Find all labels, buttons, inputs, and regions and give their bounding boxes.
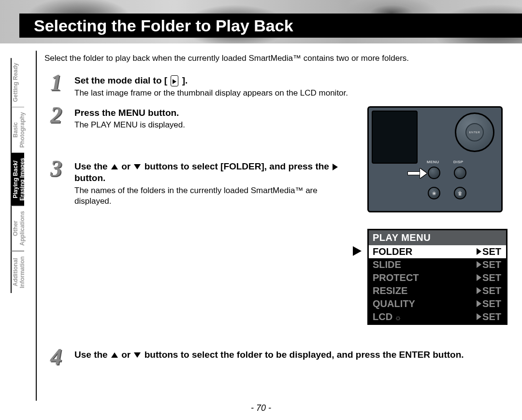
step-1-desc: The last image frame or the thumbnail di… [74,88,508,98]
figure-column: ENTER MENU DISP ❀ 🗑 PLAY MENU [367,104,508,325]
side-tab: Getting Ready [11,58,24,107]
right-triangle-icon [477,300,481,307]
camera-lcd [372,111,418,164]
page-title: Selecting the Folder to Play Back [34,16,293,35]
set-label: SET [482,272,501,283]
set-label: SET [482,311,501,322]
side-tab: Basic Photography [11,107,24,153]
up-arrow-icon [111,164,118,169]
step-number-icon: 4 [44,346,68,367]
play-menu-row-set: SET [477,246,501,257]
menu-button-icon [428,167,440,179]
play-menu-box: PLAY MENU FOLDERSETSLIDESETPROTECTSETRES… [367,229,508,325]
pointer-arrow-icon [407,168,427,178]
step-4-title-c: buttons to select the folder to be displ… [145,350,464,360]
play-menu-header: PLAY MENU [369,230,506,245]
trash-button-icon: 🗑 [454,187,466,199]
right-triangle-icon [477,287,481,294]
page-number: - 70 - [0,403,522,413]
step-2-title: Press the MENU button. [74,107,356,119]
play-menu-row-set: SET [477,298,501,309]
side-tab: Other Applications [11,206,24,251]
brightness-icon: ☼ [394,313,402,322]
playback-mode-icon [171,75,178,86]
right-triangle-icon [477,274,481,281]
play-menu-row-label: PROTECT [373,272,419,283]
down-arrow-icon [134,164,141,169]
step-number-icon: 2 [44,104,68,125]
intro-text: Select the folder to play back when the … [44,54,508,63]
right-triangle-icon [477,248,481,255]
side-tab: Additional Information [11,251,24,293]
disp-label: DISP [453,160,464,164]
step-2-row: 2 Press the MENU button. The PLAY MENU i… [44,104,508,325]
play-menu-row-label: SLIDE [373,259,401,270]
set-label: SET [482,298,501,309]
set-label: SET [482,285,501,296]
play-menu-row-set: SET [477,285,501,296]
step-4: 4 Use the or buttons to select the folde… [44,346,508,367]
content-area: Select the folder to play back when the … [36,51,508,401]
play-menu-row: SLIDESET [369,258,506,271]
play-menu-row: LCD☼SET [369,310,506,323]
menu-label: MENU [427,160,439,164]
title-bar: Selecting the Folder to Play Back [19,14,522,38]
play-menu-row-label: FOLDER [373,246,412,257]
step-3-title-a: Use the [74,161,110,171]
right-triangle-icon [477,313,481,320]
side-tabs: Getting ReadyBasic PhotographyPlaying Ba… [11,58,24,293]
play-menu-row-label: LCD☼ [373,311,402,322]
step-3: 3 Use the or buttons to select [FOLDER],… [44,158,356,207]
step-2: 2 Press the MENU button. The PLAY MENU i… [44,104,356,131]
play-menu-row-label: RESIZE [373,285,407,296]
disp-button-icon [454,167,466,179]
enter-button: ENTER [465,123,484,141]
step-4-title: Use the or buttons to select the folder … [74,349,508,361]
step-3-title-b: or [121,161,133,171]
play-menu-rows: FOLDERSETSLIDESETPROTECTSETRESIZESETQUAL… [369,245,506,323]
set-label: SET [482,259,501,270]
step-2-desc: The PLAY MENU is displayed. [74,120,356,130]
step-1-title-post: ]. [182,75,188,85]
step-1-title: Set the mode dial to [ ]. [74,75,508,87]
step-number-icon: 1 [44,72,68,93]
side-tab: Playing Back/ Erasing Images [11,153,24,206]
play-menu-row: FOLDERSET [369,245,506,258]
camera-nav-dial: ENTER [455,112,494,152]
camera-body: ENTER MENU DISP ❀ 🗑 [367,106,503,212]
play-menu-row: PROTECTSET [369,271,506,284]
play-menu-row-set: SET [477,259,501,270]
play-menu-row-set: SET [477,272,501,283]
step-4-title-a: Use the [74,350,110,360]
step-3-desc: The names of the folders in the currentl… [74,185,356,207]
down-arrow-icon [134,352,141,358]
right-triangle-icon [477,261,481,268]
step-3-title: Use the or buttons to select [FOLDER], a… [74,161,356,184]
step-4-title-b: or [121,350,133,360]
play-menu-row: RESIZESET [369,284,506,297]
menu-pointer-arrow-icon [353,246,362,256]
step-1: 1 Set the mode dial to [ ]. The last ima… [44,72,508,98]
step-3-title-c: buttons to select [FOLDER], and press th… [145,161,332,171]
up-arrow-icon [111,352,118,358]
step-3-title-d: button. [74,173,105,183]
macro-button-icon: ❀ [428,187,440,199]
play-menu-row-set: SET [477,311,501,322]
set-label: SET [482,246,501,257]
play-menu-figure: PLAY MENU FOLDERSETSLIDESETPROTECTSETRES… [367,229,508,325]
step-number-icon: 3 [44,158,68,179]
camera-back-figure: ENTER MENU DISP ❀ 🗑 [367,106,503,212]
play-menu-row-label: QUALITY [373,298,415,309]
step-1-title-pre: Set the mode dial to [ [74,75,170,85]
right-arrow-icon [333,164,338,170]
play-menu-row: QUALITYSET [369,297,506,310]
